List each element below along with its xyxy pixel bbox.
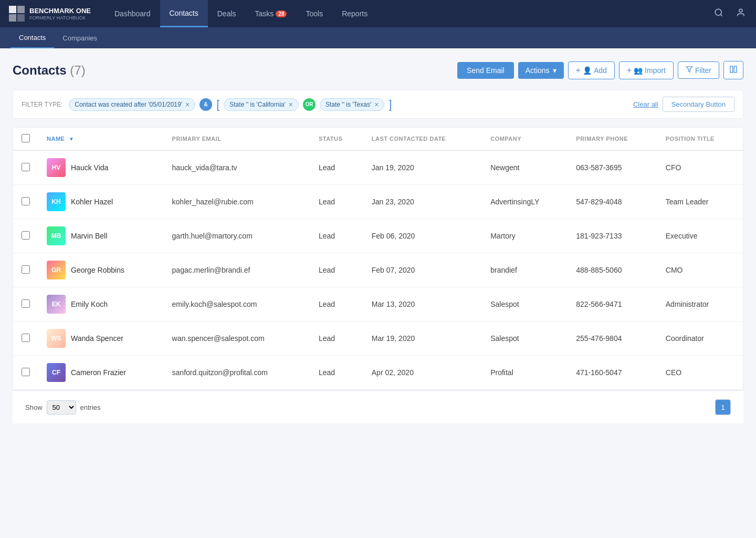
contact-position: Team Leader — [666, 198, 709, 206]
nav-reports[interactable]: Reports — [332, 0, 377, 27]
subnav-contacts[interactable]: Contacts — [10, 27, 54, 48]
svg-rect-8 — [734, 66, 737, 73]
row-status-cell: Lead — [310, 150, 363, 185]
row-status-cell: Lead — [310, 253, 363, 287]
profile-button[interactable] — [734, 6, 748, 22]
clear-all-button[interactable]: Clear all — [633, 100, 658, 108]
table-body: HV Hauck Vida hauck_vida@tara.tv Lead Ja… — [13, 150, 743, 390]
row-checkbox[interactable] — [22, 265, 30, 274]
contact-company: Salespot — [490, 300, 519, 308]
nav-tools[interactable]: Tools — [296, 0, 332, 27]
row-company-cell: Profital — [482, 356, 568, 390]
row-company-cell: AdvertinsingLY — [482, 185, 568, 219]
select-all-checkbox[interactable] — [22, 134, 30, 142]
row-company-cell: Salespot — [482, 322, 568, 356]
table-row: MB Marvin Bell garth.huel@martory.com Le… — [13, 219, 743, 253]
filter-tag-created-remove[interactable]: × — [185, 101, 190, 108]
import-button[interactable]: + 👥 Import — [619, 61, 674, 79]
svg-rect-2 — [9, 14, 16, 22]
row-last-contacted-cell: Jan 23, 2020 — [363, 185, 482, 219]
row-checkbox[interactable] — [22, 197, 30, 205]
row-last-contacted-cell: Jan 19, 2020 — [363, 150, 482, 185]
row-position-cell: Coordinator — [657, 322, 743, 356]
row-checkbox[interactable] — [22, 334, 30, 342]
page-header: Contacts (7) Send Email Actions ▾ + 👤 Ad… — [13, 61, 743, 79]
row-checkbox[interactable] — [22, 163, 30, 171]
contact-name[interactable]: George Robbins — [71, 266, 124, 274]
table-row: EK Emily Koch emily.koch@salespot.com Le… — [13, 287, 743, 322]
row-phone-cell: 547-829-4048 — [568, 185, 657, 219]
brand-name: BENCHMARK ONE — [29, 7, 91, 15]
row-status-cell: Lead — [310, 219, 363, 253]
filter-tag-texas: State '' is 'Texas' × — [320, 98, 384, 111]
contact-last-contacted: Mar 19, 2020 — [372, 334, 415, 343]
filter-bracket-open: [ — [216, 99, 219, 110]
row-checkbox[interactable] — [22, 299, 30, 308]
nav-contacts[interactable]: Contacts — [160, 0, 208, 27]
col-status: STATUS — [310, 128, 363, 150]
row-position-cell: Executive — [657, 219, 743, 253]
import-label: Import — [645, 66, 666, 75]
filter-button[interactable]: Filter — [678, 61, 719, 79]
avatar: HV — [47, 158, 66, 177]
table-row: HV Hauck Vida hauck_vida@tara.tv Lead Ja… — [13, 150, 743, 185]
col-name[interactable]: NAME ▼ — [38, 128, 164, 150]
contact-name[interactable]: Wanda Spencer — [71, 334, 123, 343]
nav-tasks[interactable]: Tasks 28 — [246, 0, 297, 27]
contact-email: wan.spencer@salespot.com — [172, 334, 265, 343]
contact-name[interactable]: Cameron Frazier — [71, 368, 126, 377]
filter-tag-texas-remove[interactable]: × — [374, 101, 379, 108]
filter-icon — [686, 66, 693, 75]
col-company: COMPANY — [482, 128, 568, 150]
svg-marker-6 — [686, 67, 692, 73]
contact-name[interactable]: Emily Koch — [71, 300, 108, 308]
contact-email: pagac.merlin@brandi.ef — [172, 266, 250, 274]
nav-dashboard[interactable]: Dashboard — [105, 0, 160, 27]
nav-tasks-label: Tasks — [255, 9, 274, 18]
contact-name[interactable]: Hauck Vida — [71, 163, 108, 172]
contact-name[interactable]: Marvin Bell — [71, 232, 107, 240]
nav-deals[interactable]: Deals — [208, 0, 246, 27]
contact-phone: 063-587-3695 — [576, 163, 622, 172]
subnav-companies[interactable]: Companies — [54, 27, 106, 48]
actions-label: Actions — [526, 66, 550, 75]
tasks-badge: 28 — [276, 11, 287, 17]
logo[interactable]: BENCHMARK ONE FORMERLY HATCHBUCK — [8, 5, 92, 22]
row-checkbox-cell — [13, 150, 38, 185]
send-email-button[interactable]: Send Email — [457, 62, 514, 79]
contact-last-contacted: Feb 07, 2020 — [372, 266, 415, 274]
col-position: POSITION TITLE — [657, 128, 743, 150]
row-checkbox-cell — [13, 253, 38, 287]
row-email-cell: wan.spencer@salespot.com — [164, 322, 310, 356]
row-name-cell: CF Cameron Frazier — [38, 356, 164, 390]
brand-formerly: FORMERLY HATCHBUCK — [29, 15, 91, 20]
row-checkbox[interactable] — [22, 231, 30, 240]
entries-select[interactable]: 10 25 50 100 — [47, 400, 76, 415]
filter-row: FILTER TYPE: Contact was created after '… — [13, 90, 743, 119]
contact-name[interactable]: Kohler Hazel — [71, 198, 113, 206]
top-navigation: BENCHMARK ONE FORMERLY HATCHBUCK Dashboa… — [0, 0, 756, 27]
filter-tag-created-text: Contact was created after '05/01/2019' — [75, 101, 182, 108]
filter-tag-california-remove[interactable]: × — [289, 101, 293, 108]
contact-position: CFO — [666, 163, 681, 172]
filter-tag-california: State '' is 'California' × — [224, 98, 299, 111]
row-checkbox[interactable] — [22, 368, 30, 376]
add-button[interactable]: + 👤 Add — [568, 61, 615, 79]
actions-chevron-icon: ▾ — [553, 66, 556, 75]
page-title: Contacts (7) — [13, 63, 86, 78]
contact-status: Lead — [319, 198, 335, 206]
contact-phone: 547-829-4048 — [576, 198, 622, 206]
columns-button[interactable] — [723, 61, 743, 79]
filter-tag-created: Contact was created after '05/01/2019' × — [69, 98, 195, 111]
actions-button[interactable]: Actions ▾ — [518, 62, 564, 79]
svg-point-5 — [739, 9, 742, 12]
contact-status: Lead — [319, 266, 335, 274]
filter-tag-texas-text: State '' is 'Texas' — [326, 101, 371, 108]
secondary-button[interactable]: Secondary Button — [663, 97, 734, 112]
contact-count: (7) — [70, 63, 85, 77]
search-button[interactable] — [712, 6, 726, 22]
page-1-button[interactable]: 1 — [715, 399, 731, 415]
col-last-contacted: LAST CONTACTED DATE — [363, 128, 482, 150]
show-label: Show — [25, 404, 43, 411]
row-name-cell: KH Kohler Hazel — [38, 185, 164, 219]
